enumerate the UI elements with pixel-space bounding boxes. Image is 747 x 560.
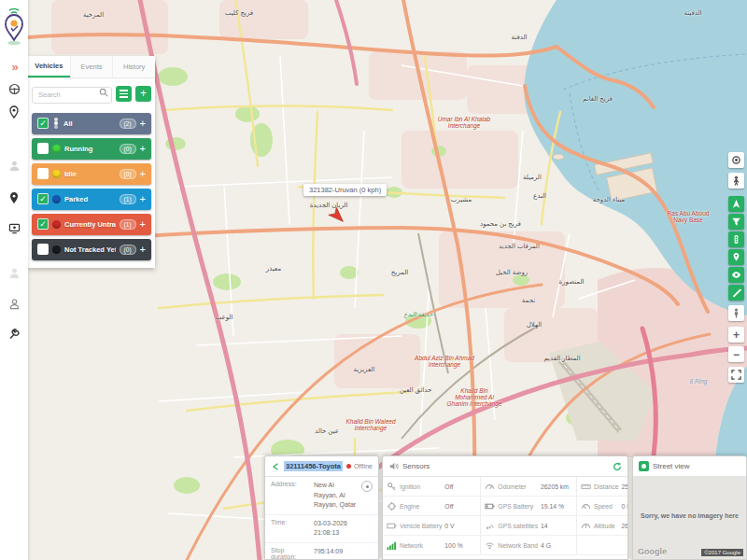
sensor-odometer: Odometer26205 km (481, 477, 577, 497)
filter-funnel-icon (731, 217, 741, 227)
pegman-button[interactable] (728, 305, 744, 321)
street-view-attribution: ©2017 Google (701, 549, 743, 556)
navigation-arrow-icon (731, 199, 741, 209)
network-bars-icon (387, 540, 397, 551)
expand-plus-icon[interactable]: + (140, 193, 146, 204)
address-value: New Al Rayyan, Al Rayyan, Qatar (314, 481, 358, 511)
fullscreen-icon (731, 370, 741, 380)
vehicle-status: Offline (346, 463, 373, 469)
google-logo: Google (638, 547, 667, 556)
vehicle-name[interactable]: 32111456-Toyota (284, 461, 343, 471)
account-user-icon[interactable] (0, 297, 28, 314)
filter-not-tracked-yet[interactable]: Not Tracked Yet (0) + (32, 239, 151, 260)
filter-currently-untracked[interactable]: ✓ Currently Untracked (1) + (32, 214, 151, 235)
status-dot (54, 121, 58, 125)
traffic-button[interactable] (728, 231, 744, 247)
pegman-small-icon (731, 175, 741, 186)
status-dot (52, 195, 61, 203)
sensor-network-band: Network Band4 G (481, 536, 577, 555)
tab-events[interactable]: Events (70, 56, 113, 77)
collapse-chevrons-icon[interactable]: » (0, 60, 28, 74)
app-logo (1, 3, 27, 46)
filter-count: (0) (120, 144, 136, 154)
filter-all[interactable]: ✓ All (2) + (32, 113, 151, 134)
address-label: Address: (271, 481, 310, 511)
visibility-eye-icon (731, 270, 741, 280)
speed-gauge-icon (581, 501, 591, 511)
filter-count: (1) (120, 194, 136, 204)
filter-parked[interactable]: ✓ Parked (1) + (32, 189, 151, 210)
left-icon-rail: » (0, 0, 28, 560)
zoom-out-button[interactable]: − (728, 346, 744, 362)
stop-duration-label: Stop duration: (271, 547, 310, 560)
sensor-altitude: Altitude26 m (577, 516, 628, 536)
filter-label: Running (64, 145, 116, 153)
filter-count: (1) (120, 219, 136, 230)
dashcam-monitor-icon[interactable] (0, 221, 28, 238)
visibility-button[interactable] (728, 267, 744, 283)
plus-icon: + (140, 88, 147, 99)
my-location-button[interactable] (728, 152, 744, 168)
satellite-icon (485, 521, 495, 531)
fullscreen-button[interactable] (728, 367, 744, 383)
filter-idle[interactable]: Idle (0) + (32, 163, 151, 185)
steering-wheel-icon[interactable] (0, 82, 28, 99)
pin-drop-button[interactable] (728, 249, 744, 265)
sensor-speed: Speed0 kph (577, 497, 628, 516)
address-row: Address: New Al Rayyan, Al Rayyan, Qatar (265, 477, 378, 515)
expand-plus-icon[interactable]: + (140, 143, 146, 154)
checkbox[interactable]: ✓ (37, 118, 49, 129)
expand-plus-icon[interactable]: + (140, 218, 146, 230)
traffic-light-icon (731, 234, 741, 245)
measure-button[interactable] (728, 285, 744, 301)
stop-duration-row: Stop duration: 795:14:09 (265, 543, 378, 560)
user-icon[interactable] (0, 266, 28, 283)
add-vehicle-button[interactable]: + (135, 86, 151, 102)
navigation-button[interactable] (728, 196, 744, 212)
refresh-icon (613, 462, 622, 471)
locate-on-map-button[interactable] (361, 481, 373, 492)
settings-wrench-icon[interactable] (0, 327, 28, 343)
vehicle-map-label[interactable]: 321382-Uruvan (0 kph) (303, 184, 387, 196)
checkbox[interactable]: ✓ (37, 218, 49, 230)
expand-plus-icon[interactable]: + (140, 168, 146, 179)
sidebar-tabs: Vehicles Events History (28, 56, 155, 78)
tab-vehicles[interactable]: Vehicles (28, 56, 70, 77)
geofence-pin-icon[interactable] (0, 105, 28, 122)
status-label: Offline (354, 463, 373, 469)
tab-history[interactable]: History (112, 56, 155, 77)
pegman-icon (731, 308, 741, 318)
street-view-panel: Street view Sorry, we have no imagery he… (632, 455, 747, 560)
filter-label: Parked (64, 195, 116, 203)
filter-button[interactable] (728, 214, 744, 230)
checkbox[interactable] (37, 244, 49, 255)
collapse-left-icon[interactable] (271, 462, 280, 471)
checkbox[interactable] (37, 168, 49, 179)
expand-plus-icon[interactable]: + (140, 244, 146, 255)
checkbox[interactable]: ✓ (37, 193, 49, 204)
time-value: 03-03-2026 21:08:13 (314, 519, 373, 539)
sensors-grid: IgnitionOff Odometer26205 km Distance254… (383, 477, 627, 555)
filter-running[interactable]: Running (0) + (32, 138, 151, 160)
refresh-button[interactable] (613, 462, 622, 471)
sensors-title: Sensors (402, 462, 430, 470)
stop-duration-value: 795:14:09 (314, 547, 373, 560)
zoom-in-button[interactable]: + (728, 327, 744, 343)
sensor-engine: EngineOff (383, 497, 481, 516)
pegman-small-button[interactable] (728, 173, 744, 189)
locate-dot-icon (366, 485, 369, 488)
checkbox[interactable] (37, 143, 49, 154)
list-icon (120, 90, 128, 98)
poi-pin-icon[interactable] (0, 191, 28, 208)
sensors-panel: Sensors IgnitionOff Odometer26205 km Dis… (382, 455, 628, 560)
list-view-button[interactable] (116, 86, 132, 102)
network-band-icon (485, 540, 495, 551)
time-label: Time: (271, 519, 310, 539)
measure-route-icon (731, 287, 741, 298)
status-dot (52, 170, 61, 178)
expand-plus-icon[interactable]: + (140, 118, 146, 129)
key-icon (387, 482, 397, 492)
driver-user-icon[interactable] (0, 159, 28, 175)
street-view-viewport[interactable]: Sorry, we have no imagery here Google ©2… (633, 477, 746, 560)
status-dot (52, 220, 61, 229)
